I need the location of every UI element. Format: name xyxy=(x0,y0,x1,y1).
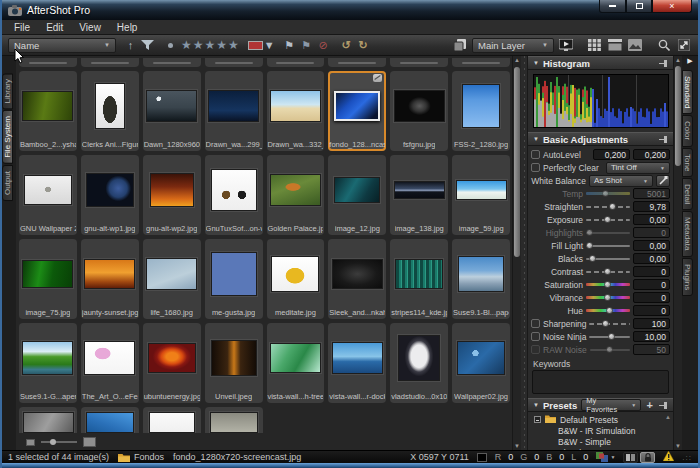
preview-view-icon[interactable] xyxy=(626,37,643,53)
value-field[interactable]: 0,00 xyxy=(633,214,670,225)
grid-item[interactable]: Drawn_wa...299_.jpg xyxy=(205,71,263,151)
star-icon[interactable]: ★ xyxy=(181,39,192,51)
grid-item[interactable]: GnuTuxSof...on-v1.jpg xyxy=(205,155,263,235)
grid-item[interactable]: Suse9.1-Bl...papers.jpg xyxy=(452,239,510,319)
scroll-up-icon[interactable]: ▲ xyxy=(674,57,682,63)
slider-fill-light[interactable] xyxy=(586,241,630,250)
slider-handle[interactable] xyxy=(606,307,613,314)
color-label-dropdown-arrow[interactable]: ▼ xyxy=(264,37,275,53)
grid-item[interactable]: Dawn_1280x960.jpg xyxy=(143,71,201,151)
grid-item-partial[interactable] xyxy=(81,407,139,433)
eyedropper-button[interactable] xyxy=(656,175,670,187)
layer-selector-dropdown[interactable]: Main Layer ▼ xyxy=(472,38,554,53)
filter-icon[interactable] xyxy=(139,37,156,53)
flag-clear-icon[interactable]: ⚑ xyxy=(298,37,315,53)
slider-handle[interactable] xyxy=(606,346,613,353)
value-field[interactable]: 0,00 xyxy=(633,240,670,251)
thumbnail-view-icon[interactable] xyxy=(586,37,603,53)
grid-item[interactable]: Clerks Ani...Figure.jpg xyxy=(81,71,139,151)
tab-detail[interactable]: Detail xyxy=(682,178,693,210)
slider-hue[interactable] xyxy=(586,306,630,315)
slider-vibrance[interactable] xyxy=(586,293,630,302)
preset-b-w-ir-simulation[interactable]: B&W - IR Simulation xyxy=(534,425,671,436)
value-field[interactable]: 0 xyxy=(633,292,670,303)
grid-item[interactable]: meditate.jpg xyxy=(267,239,325,319)
preset-default-presets[interactable]: Default Presets xyxy=(534,414,671,425)
value-field[interactable]: 0 xyxy=(633,227,670,238)
slideshow-icon[interactable] xyxy=(557,37,574,53)
maximize-button[interactable] xyxy=(626,0,652,13)
grid-item[interactable]: Bamboo_2...ysha.jpg xyxy=(19,71,77,151)
grid-item-partial[interactable] xyxy=(19,407,77,433)
layers-icon[interactable] xyxy=(452,37,469,53)
grid-item-partial[interactable] xyxy=(81,58,139,67)
slider-handle[interactable] xyxy=(602,320,609,327)
slider-raw-noise[interactable] xyxy=(590,345,630,354)
grid-item[interactable]: gnu-alt-wp1.jpg xyxy=(81,155,139,235)
star-icon[interactable]: ★ xyxy=(205,39,216,51)
value-field[interactable]: 100 xyxy=(633,318,670,329)
rotate-left-icon[interactable]: ↺ xyxy=(338,37,355,53)
grid-item[interactable]: image_75.jpg xyxy=(19,239,77,319)
grid-item-partial[interactable] xyxy=(390,58,448,67)
preset-b-w-simple[interactable]: B&W - Simple xyxy=(534,436,671,447)
value-field[interactable]: 0,200 xyxy=(593,149,630,160)
panel-scrollbar-thumb[interactable] xyxy=(675,66,681,166)
sort-direction-icon[interactable]: ↑ xyxy=(122,37,139,53)
grid-item[interactable]: Golden Palace.jpg xyxy=(267,155,325,235)
slider-handle[interactable] xyxy=(602,190,609,197)
slider-straighten[interactable] xyxy=(586,202,630,211)
grid-scrollbar[interactable]: ▲ ▼ xyxy=(512,56,521,450)
minimize-button[interactable] xyxy=(599,0,626,13)
slider-handle[interactable] xyxy=(589,255,596,262)
scroll-up-icon[interactable]: ▲ xyxy=(513,57,521,63)
grid-item[interactable]: Wallpaper02.jpg xyxy=(452,323,510,403)
slider-handle[interactable] xyxy=(604,268,611,275)
tree-collapse-icon[interactable] xyxy=(534,416,541,423)
no-flag-icon[interactable]: ⊘ xyxy=(315,37,332,53)
grid-item-partial[interactable] xyxy=(19,58,77,67)
menu-view[interactable]: View xyxy=(71,22,109,33)
pin-icon[interactable] xyxy=(659,60,668,67)
slider-handle[interactable] xyxy=(604,294,611,301)
tab-color[interactable]: Color xyxy=(682,115,693,146)
value-field[interactable]: 10,00 xyxy=(633,331,670,342)
collapse-arrow-icon[interactable]: ▼ xyxy=(533,402,539,408)
grid-item[interactable]: jaunty-sunset.jpg xyxy=(81,239,139,319)
tab-plugins[interactable]: Plugins xyxy=(682,258,693,296)
grid-item[interactable]: Suse9.1-G...apers.jpg xyxy=(19,323,77,403)
grid-item-partial[interactable] xyxy=(143,58,201,67)
fullscreen-icon[interactable] xyxy=(675,37,692,53)
pin-icon[interactable] xyxy=(659,402,668,409)
grid-item[interactable]: Unveil.jpeg xyxy=(205,323,263,403)
grid-item[interactable]: stripes114_kde.jpg xyxy=(390,239,448,319)
collapse-panel-icon[interactable]: ▶ xyxy=(682,57,698,69)
tab-library[interactable]: Library xyxy=(2,73,13,109)
grid-item[interactable]: fsfgnu.jpg xyxy=(390,71,448,151)
add-preset-button[interactable]: + xyxy=(647,399,653,411)
value-field[interactable]: 0 xyxy=(633,266,670,277)
dropdown-perfectly-clear[interactable]: Tint Off▼ xyxy=(606,162,670,174)
grid-item[interactable]: vista-wall...h-tree.jpg xyxy=(267,323,325,403)
close-button[interactable]: × xyxy=(652,0,692,13)
collapse-arrow-icon[interactable]: ▼ xyxy=(533,60,539,66)
resize-grip[interactable]: .:: xyxy=(682,453,692,462)
grid-item[interactable]: Drawn_wa...332_.jpg xyxy=(267,71,325,151)
scroll-down-icon[interactable]: ▼ xyxy=(674,443,682,449)
menu-help[interactable]: Help xyxy=(109,22,146,33)
slider-contrast[interactable] xyxy=(586,267,630,276)
slider-handle[interactable] xyxy=(586,242,593,249)
grid-item[interactable]: GNU Wallpaper 2.jpg xyxy=(19,155,77,235)
grid-item[interactable]: vista-wall...r-dock.jpg xyxy=(328,323,386,403)
histogram-header[interactable]: ▼ Histogram xyxy=(528,56,673,70)
grid-item[interactable]: ubuntuenergy.jpg xyxy=(143,323,201,403)
grid-item-partial[interactable] xyxy=(205,58,263,67)
scroll-down-icon[interactable]: ▼ xyxy=(513,443,521,449)
dual-display-button[interactable] xyxy=(623,452,638,463)
star-icon[interactable]: ★ xyxy=(228,39,239,51)
scroll-up-icon[interactable]: ▲ xyxy=(665,414,671,420)
collapse-arrow-icon[interactable]: ▼ xyxy=(533,136,539,142)
grid-item[interactable]: Sleek_and...nkahn.jpg xyxy=(328,239,386,319)
pin-icon[interactable] xyxy=(659,136,668,143)
slider-highlights[interactable] xyxy=(586,228,630,237)
